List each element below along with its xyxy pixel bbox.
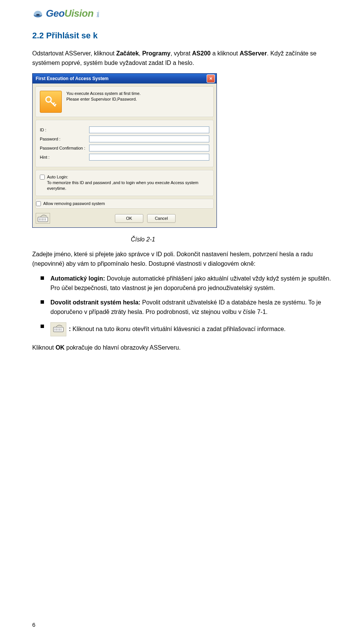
brand-logo: GeoUision inc. (32, 8, 332, 19)
password-confirm-field[interactable] (89, 145, 209, 151)
id-field[interactable] (89, 126, 209, 133)
keyboard-icon (53, 325, 64, 332)
close-icon[interactable]: × (207, 74, 215, 83)
virtual-keyboard-icon-inline (50, 322, 66, 336)
allow-remove-label: Allow removing password system (43, 201, 105, 207)
auto-login-desc: To memorize this ID and password ,and to… (47, 180, 209, 192)
key-icon (40, 91, 62, 113)
dome-icon (32, 8, 44, 19)
svg-point-1 (36, 14, 40, 16)
brand-wordmark: GeoUision (46, 8, 94, 19)
virtual-keyboard-button[interactable] (36, 213, 50, 224)
dialog-intro-panel: You execute Access system at first time.… (36, 87, 213, 117)
auto-login-label: Auto Login: (47, 174, 209, 180)
list-item: Automatický login: Dovoluje automatické … (41, 274, 332, 293)
list-item: : Kliknout na tuto ikonu otevřít virtuál… (41, 322, 332, 336)
closing-line: Kliknout OK pokračuje do hlavní obrazovk… (32, 343, 332, 353)
password-label: Password : (40, 137, 89, 141)
allow-remove-checkbox[interactable] (36, 201, 41, 206)
hint-label: Hint : (40, 155, 89, 159)
after-dialog-text: Zadejte jméno, které si přejete jako spr… (32, 250, 332, 269)
first-execution-dialog: First Execution of Access System × You e… (32, 73, 217, 228)
id-label: ID : (40, 128, 89, 132)
svg-line-5 (55, 104, 56, 106)
figure-caption: Číslo 2-1 (131, 236, 332, 243)
cancel-button[interactable]: Cancel (147, 214, 176, 223)
ok-button[interactable]: OK (115, 214, 143, 223)
dialog-intro-line2: Please enter Supervisor ID,Password. (66, 96, 141, 102)
auto-login-panel: Auto Login: To memorize this ID and pass… (36, 170, 213, 196)
dialog-form-panel: ID : Password : Password Confirmation : … (36, 120, 213, 167)
feature-list: Automatický login: Dovoluje automatické … (41, 274, 332, 336)
brand-suffix: inc. (96, 10, 100, 17)
allow-remove-panel: Allow removing password system (36, 199, 213, 208)
hint-field[interactable] (89, 154, 209, 161)
section-heading: 2.2 Přihlásit se k (32, 31, 332, 41)
svg-line-4 (53, 102, 55, 104)
keyboard-icon (38, 214, 48, 222)
dialog-titlebar: First Execution of Access System × (33, 74, 217, 84)
list-item: Dovolit odstranit systém hesla: Povolit … (41, 298, 332, 317)
auto-login-checkbox[interactable] (40, 175, 45, 180)
password-field[interactable] (89, 136, 209, 142)
page-number: 6 (32, 621, 35, 628)
intro-paragraph: Odstartovat ASServer, kliknout Začátek, … (32, 49, 332, 68)
dialog-title: First Execution of Access System (36, 76, 108, 81)
confirm-label: Password Confirmation : (40, 146, 89, 150)
dialog-intro-line1: You execute Access system at first time. (66, 91, 141, 96)
